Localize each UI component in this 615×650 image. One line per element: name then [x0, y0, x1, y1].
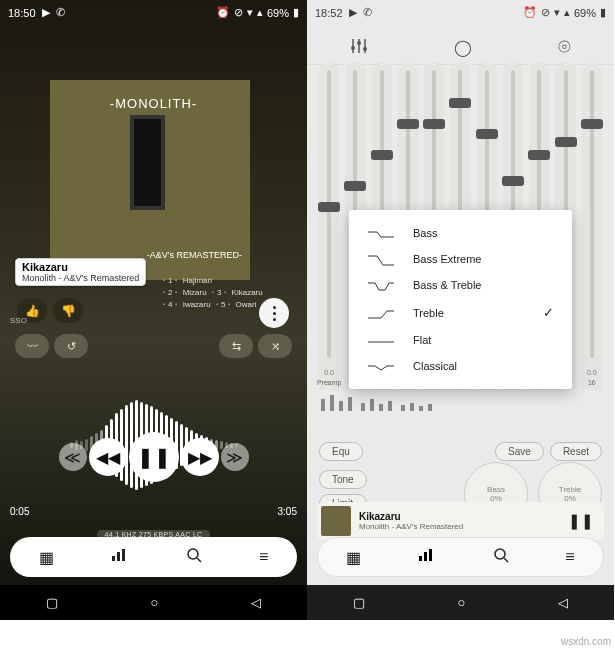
repeat-button[interactable]: ⇆	[219, 334, 253, 358]
search-tab[interactable]	[493, 547, 509, 567]
eq-mode-tabs: ◯ ⦾	[307, 32, 614, 65]
preset-flat[interactable]: Flat	[349, 327, 572, 353]
svg-point-3	[188, 549, 198, 559]
seek-end-button[interactable]: ≫	[221, 443, 249, 471]
eq-slider-preamp[interactable]: Preamp0.0	[319, 62, 339, 390]
equalizer-tab[interactable]	[418, 548, 436, 566]
mini-pause-button[interactable]: ❚❚	[568, 512, 600, 530]
now-playing-bar[interactable]: Kikazaru Monolith - A&V's Remastered ❚❚	[317, 502, 604, 540]
total-time: 3:05	[278, 506, 297, 517]
play-pause-button[interactable]: ❚❚	[129, 432, 179, 482]
home-button[interactable]: ○	[151, 595, 159, 610]
back-button[interactable]: ◁	[558, 595, 568, 610]
dnd-icon: ⊘	[234, 6, 243, 19]
eq-slider-value: 0.0	[587, 369, 597, 376]
play-indicator-icon: ▶	[42, 6, 50, 19]
thumbs-down-icon: 👎	[61, 304, 76, 318]
svg-point-6	[351, 46, 355, 50]
tone-toggle[interactable]: Tone	[319, 470, 367, 489]
queue-tab[interactable]: ≡	[565, 548, 574, 566]
status-bar: 18:50 ▶ ✆ ⏰ ⊘ ▾ ▴ 69% ▮	[0, 0, 307, 25]
preset-bass[interactable]: Bass	[349, 220, 572, 246]
preset-treble[interactable]: Treble✓	[349, 298, 572, 327]
recent-apps-button[interactable]: ▢	[46, 595, 58, 610]
recent-apps-button[interactable]: ▢	[353, 595, 365, 610]
preset-label: Classical	[413, 360, 554, 372]
reverb-tab[interactable]: ⦾	[558, 38, 571, 58]
library-tab[interactable]: ▦	[346, 548, 361, 567]
svg-rect-1	[117, 552, 120, 561]
signal-icon: ▴	[564, 6, 570, 19]
watermark: wsxdn.com	[561, 636, 611, 647]
treble-knob-label: Treble	[559, 485, 581, 494]
battery-icon: ▮	[293, 6, 299, 19]
preset-label: Flat	[413, 334, 554, 346]
alarm-icon: ⏰	[216, 6, 230, 19]
sleep-timer-button[interactable]: ↺	[54, 334, 88, 358]
queue-tab[interactable]: ≡	[259, 548, 268, 566]
wifi-icon: ▾	[247, 6, 253, 19]
svg-line-4	[197, 558, 201, 562]
tracklist: ・1・ Hajimari ・2・ Mizaru ・3・ Kikazaru ・4・…	[160, 275, 263, 311]
battery-text: 69%	[574, 7, 596, 19]
preset-label: Treble	[413, 307, 525, 319]
equalizer-screen: 18:52 ▶ ✆ ⏰ ⊘ ▾ ▴ 69% ▮ ◯ ⦾ Preamp0.0313…	[307, 0, 614, 620]
search-tab[interactable]	[186, 547, 202, 567]
bottom-nav: ▦ ≡	[317, 537, 604, 577]
preset-bass-treble[interactable]: Bass & Treble	[349, 272, 572, 298]
visualizer-button[interactable]: 〰	[15, 334, 49, 358]
svg-rect-2	[122, 549, 125, 561]
system-nav: ▢ ○ ◁	[0, 585, 307, 620]
previous-button[interactable]: ◀◀	[89, 438, 127, 476]
album-graphic	[130, 115, 165, 210]
wave-icon: 〰	[27, 340, 38, 352]
library-tab[interactable]: ▦	[39, 548, 54, 567]
tooltip-subtitle: Monolith - A&V's Remastered	[22, 273, 139, 283]
battery-icon: ▮	[600, 6, 606, 19]
preset-curve-icon	[367, 360, 395, 372]
whatsapp-icon: ✆	[56, 6, 65, 19]
svg-rect-13	[429, 549, 432, 561]
status-time: 18:52	[315, 7, 343, 19]
equalizer-tab[interactable]	[111, 548, 129, 566]
player-screen: 18:50 ▶ ✆ ⏰ ⊘ ▾ ▴ 69% ▮ -MONOLITH- -A&V'…	[0, 0, 307, 620]
seek-start-button[interactable]: ≪	[59, 443, 87, 471]
thumbs-down-button[interactable]: 👎	[53, 298, 83, 323]
save-button[interactable]: Save	[495, 442, 544, 461]
more-menu-button[interactable]	[259, 298, 289, 328]
balance-tab[interactable]: ◯	[454, 38, 472, 58]
reset-button[interactable]: Reset	[550, 442, 602, 461]
shuffle-button[interactable]: ⤨	[258, 334, 292, 358]
album-subtitle: -A&V's REMASTERED-	[147, 250, 242, 260]
preset-label: Bass & Treble	[413, 279, 554, 291]
sliders-tab[interactable]	[350, 38, 368, 58]
svg-point-8	[357, 41, 361, 45]
preset-bass-extreme[interactable]: Bass Extreme	[349, 246, 572, 272]
repeat-icon: ⇆	[232, 340, 241, 353]
preset-curve-icon	[367, 253, 395, 265]
shuffle-icon: ⤨	[271, 340, 280, 353]
alarm-icon: ⏰	[523, 6, 537, 19]
status-bar: 18:52 ▶ ✆ ⏰ ⊘ ▾ ▴ 69% ▮	[307, 0, 614, 25]
equ-toggle[interactable]: Equ	[319, 442, 363, 461]
preset-curve-icon	[367, 227, 395, 239]
eq-slider-16[interactable]: 160.0	[582, 62, 602, 390]
elapsed-time: 0:05	[10, 506, 29, 517]
back-button[interactable]: ◁	[251, 595, 261, 610]
preset-label: Bass	[413, 227, 554, 239]
eq-slider-label: Preamp	[317, 379, 342, 386]
svg-point-10	[363, 47, 367, 51]
skip-forward-icon: ≫	[226, 448, 243, 467]
eq-slider-value: 0.0	[324, 369, 334, 376]
now-playing-art	[321, 506, 351, 536]
dnd-icon: ⊘	[541, 6, 550, 19]
home-button[interactable]: ○	[458, 595, 466, 610]
preset-classical[interactable]: Classical	[349, 353, 572, 379]
next-button[interactable]: ▶▶	[181, 438, 219, 476]
wifi-icon: ▾	[554, 6, 560, 19]
eq-slider-label: 16	[588, 379, 596, 386]
battery-text: 69%	[267, 7, 289, 19]
preset-curve-icon	[367, 307, 395, 319]
tooltip-title: Kikazaru	[22, 261, 139, 273]
status-time: 18:50	[8, 7, 36, 19]
